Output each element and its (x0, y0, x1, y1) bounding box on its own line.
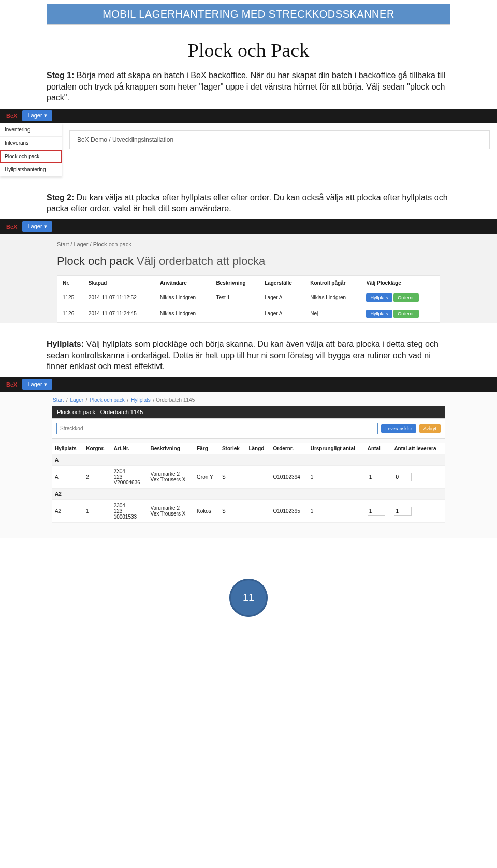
th-skapad: Skapad (84, 277, 155, 289)
document-content: Plock och Pack Steg 1: Börja med att ska… (0, 27, 497, 564)
antal-input[interactable] (368, 473, 385, 481)
lager-dropdown[interactable]: Lager ▾ (22, 110, 52, 121)
cell-lev (391, 499, 445, 522)
breadcrumb-3: Start / Lager / Plock och pack / Hyllpla… (0, 392, 497, 406)
th: Färg (194, 443, 219, 454)
page-heading-main: Plock och pack (57, 255, 134, 268)
cell-skapad: 2014-11-07 11:12:52 (84, 290, 155, 305)
breadcrumb-box: BeX Demo / Utvecklingsinstallation (69, 130, 490, 149)
page-number-badge: 11 (229, 579, 268, 617)
page-heading: Plock och pack Välj orderbatch att plock… (0, 253, 497, 275)
th-anvandare: Användare (156, 277, 211, 289)
lager-dropdown[interactable]: Lager ▾ (22, 221, 52, 232)
th-nr: Nr. (59, 277, 83, 289)
cell-anv: Niklas Lindgren (156, 290, 211, 305)
cell-beskr: Varumärke 2 Vex Trousers X (148, 499, 194, 522)
crumb-link[interactable]: Start (53, 397, 64, 403)
cell-farg: Grön Y (194, 465, 219, 488)
table-row: 11252014-11-07 11:12:52Niklas LindgrenTe… (59, 290, 438, 305)
document-header: MOBIL LAGERHANTERING MED STRECKKODSSKANN… (47, 4, 450, 25)
avbryt-button[interactable]: Avbryt (419, 424, 441, 433)
th: Korgnr. (83, 443, 110, 454)
hyllplats-label: Hyllplats: (47, 340, 84, 348)
cell-kontroll: Niklas Lindgren (306, 290, 361, 305)
panel-title: Plock och pack - Orderbatch 1145 (52, 406, 445, 418)
group-label: A2 (52, 488, 445, 499)
cell-beskr (212, 306, 259, 321)
cell-nr: 1125 (59, 290, 83, 305)
batch-table: Nr. Skapad Användare Beskrivning Lagerst… (57, 275, 440, 323)
menu-inventering[interactable]: Inventering (0, 123, 62, 137)
topbar: BeX Lager ▾ (0, 109, 497, 123)
brand-logo: BeX (3, 224, 20, 230)
th-beskrivning: Beskrivning (212, 277, 259, 289)
cell-langd (245, 499, 270, 522)
th-lagerstalle: Lagerställe (260, 277, 305, 289)
lager-dropdown[interactable]: Lager ▾ (22, 379, 52, 390)
antal-input[interactable] (368, 507, 385, 516)
cell-nr: 1126 (59, 306, 83, 321)
group-label: A (52, 454, 445, 465)
cell-art: 2304 123 10001533 (111, 499, 148, 522)
hyllplats-paragraph: Hyllplats: Välj hyllplats som plockläge … (47, 339, 450, 372)
topbar-2: BeX Lager ▾ (0, 219, 497, 234)
th: Ordernr. (270, 443, 308, 454)
group-row: A (52, 454, 445, 465)
menu-inleverans[interactable]: Inleverans (0, 137, 62, 150)
step2-label: Steg 2: (47, 193, 74, 202)
screenshot-2: BeX Lager ▾ Start / Lager / Plock och pa… (0, 219, 497, 323)
step2-text: Du kan välja att plocka efter hyllplats … (47, 193, 448, 213)
cell-order: O10102395 (270, 499, 308, 522)
step2-paragraph: Steg 2: Du kan välja att plocka efter hy… (47, 192, 450, 214)
cell-anv: Niklas Lindgren (156, 306, 211, 321)
cell-urspr: 1 (308, 499, 364, 522)
cell-lev (391, 465, 445, 488)
cell-skapad: 2014-11-07 11:24:45 (84, 306, 155, 321)
cell-antal (364, 465, 391, 488)
th: Hyllplats (52, 443, 83, 454)
cell-korg: 1 (83, 499, 110, 522)
cell-storlek: S (219, 465, 246, 488)
cell-art: 2304 123 V20004636 (111, 465, 148, 488)
cell-kontroll: Nej (306, 306, 361, 321)
leverera-input[interactable] (394, 473, 412, 481)
th: Antal (364, 443, 391, 454)
cell-hyll: A (52, 465, 83, 488)
brand-logo: BeX (3, 381, 20, 388)
th: Antal att leverera (391, 443, 445, 454)
table-row: A22304 123 V20004636Varumärke 2 Vex Trou… (52, 465, 445, 488)
ordernr-button[interactable]: Ordernr. (393, 310, 419, 318)
th: Art.Nr. (111, 443, 148, 454)
cell-farg: Kokos (194, 499, 219, 522)
menu-hyllplatshantering[interactable]: Hyllplatshantering (0, 163, 62, 176)
ordernr-button[interactable]: Ordernr. (393, 293, 419, 302)
step1-label: Steg 1: (47, 71, 74, 80)
menu-plock-och-pack[interactable]: Plock och pack (0, 150, 62, 163)
crumb-link[interactable]: Hyllplats (131, 397, 151, 403)
cell-beskr: Varumärke 2 Vex Trousers X (148, 465, 194, 488)
hyllplats-button[interactable]: Hyllplats (366, 310, 392, 318)
pick-table: HyllplatsKorgnr.Art.Nr.BeskrivningFärgSt… (52, 443, 445, 523)
crumb-link[interactable]: Plock och pack (90, 397, 124, 403)
table-row: A212304 123 10001533Varumärke 2 Vex Trou… (52, 499, 445, 522)
cell-antal (364, 499, 391, 522)
cell-urspr: 1 (308, 465, 364, 488)
cell-beskr: Test 1 (212, 290, 259, 305)
th: Längd (245, 443, 270, 454)
brand-logo: BeX (3, 113, 20, 119)
cell-actions: Hyllplats Ordernr. (362, 290, 438, 305)
step1-text: Börja med att skapa en batch i BeX backo… (47, 71, 446, 102)
hyllplats-button[interactable]: Hyllplats (366, 293, 392, 302)
topbar-3: BeX Lager ▾ (0, 377, 497, 392)
cell-actions: Hyllplats Ordernr. (362, 306, 438, 321)
cell-langd (245, 465, 270, 488)
panel-body: Leveransklar Avbryt (52, 418, 445, 439)
cell-lager: Lager A (260, 290, 305, 305)
barcode-input[interactable] (56, 423, 378, 434)
crumb-link[interactable]: Lager (70, 397, 83, 403)
leverera-input[interactable] (394, 507, 412, 516)
cell-lager: Lager A (260, 306, 305, 321)
leveransklar-button[interactable]: Leveransklar (381, 424, 416, 433)
hyllplats-text: Välj hyllplats som plockläge och börja s… (47, 340, 438, 371)
th: Beskrivning (148, 443, 194, 454)
